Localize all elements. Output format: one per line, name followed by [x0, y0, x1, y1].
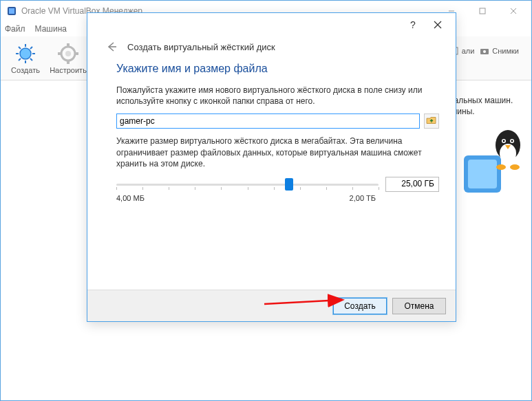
- slider-labels: 4,00 МБ 2,00 ТБ: [116, 194, 439, 202]
- svg-rect-1: [9, 8, 14, 14]
- app-icon: [6, 6, 17, 17]
- svg-rect-20: [75, 52, 78, 55]
- browse-folder-button[interactable]: [424, 113, 439, 129]
- size-slider-row: 25,00 ГБ: [116, 176, 439, 193]
- section-title: Укажите имя и размер файла: [116, 63, 439, 75]
- svg-rect-19: [58, 52, 61, 55]
- toolbar-settings-label: Настроить: [50, 66, 87, 74]
- toolbar-create-label: Создать: [11, 66, 40, 74]
- welcome-text-partial: туальных машин. ашины.: [446, 96, 529, 116]
- svg-point-34: [510, 164, 520, 170]
- create-disk-dialog: ? Создать виртуальный жёсткий диск Укажи…: [87, 12, 456, 322]
- svg-rect-25: [468, 160, 497, 188]
- svg-point-31: [511, 140, 513, 142]
- dialog-titlebar: ?: [87, 13, 456, 36]
- slider-min-label: 4,00 МБ: [116, 194, 145, 202]
- size-help-text: Укажите размер виртуального жёсткого дис…: [116, 136, 439, 169]
- cancel-button[interactable]: Отмена: [392, 298, 446, 314]
- menu-machine[interactable]: Машина: [35, 24, 67, 34]
- slider-max-label: 2,00 ТБ: [350, 194, 376, 202]
- dialog-header-title: Создать виртуальный жёсткий диск: [127, 42, 275, 52]
- size-value-box[interactable]: 25,00 ГБ: [385, 177, 439, 192]
- dialog-footer: Создать Отмена: [87, 290, 456, 321]
- right-tabs: али Снимки: [445, 42, 523, 60]
- filename-row: [116, 113, 439, 129]
- svg-rect-18: [67, 61, 70, 64]
- toolbar-settings[interactable]: Настроить: [49, 43, 87, 74]
- sun-icon: [14, 43, 36, 65]
- svg-point-30: [503, 140, 505, 142]
- svg-line-11: [19, 47, 21, 49]
- svg-line-14: [30, 47, 32, 49]
- slider-thumb[interactable]: [285, 178, 293, 191]
- size-slider[interactable]: [116, 176, 379, 193]
- svg-point-6: [20, 48, 31, 59]
- gear-icon: [57, 43, 79, 65]
- maximize-button[interactable]: [467, 1, 498, 21]
- toolbar-create[interactable]: Создать: [6, 43, 45, 74]
- filename-input[interactable]: [116, 113, 420, 129]
- create-button[interactable]: Создать: [333, 298, 387, 314]
- svg-rect-17: [67, 43, 70, 47]
- svg-line-12: [30, 58, 32, 61]
- tab-snapshots[interactable]: Снимки: [480, 46, 519, 56]
- svg-rect-3: [480, 8, 485, 14]
- filename-help-text: Пожалуйста укажите имя нового виртуально…: [116, 85, 439, 107]
- svg-line-13: [19, 58, 21, 61]
- dialog-header: Создать виртуальный жёсткий диск: [104, 39, 439, 54]
- svg-point-33: [496, 164, 506, 170]
- welcome-mascot: [460, 118, 529, 200]
- close-button[interactable]: [498, 1, 529, 21]
- dialog-close-button[interactable]: [425, 15, 450, 34]
- dialog-body: Создать виртуальный жёсткий диск Укажите…: [87, 36, 456, 291]
- help-button[interactable]: ?: [401, 15, 425, 34]
- menu-file[interactable]: Файл: [5, 24, 25, 34]
- svg-point-23: [483, 50, 486, 53]
- folder-up-icon: [426, 115, 437, 128]
- svg-point-16: [65, 51, 71, 56]
- back-arrow-icon[interactable]: [104, 39, 119, 54]
